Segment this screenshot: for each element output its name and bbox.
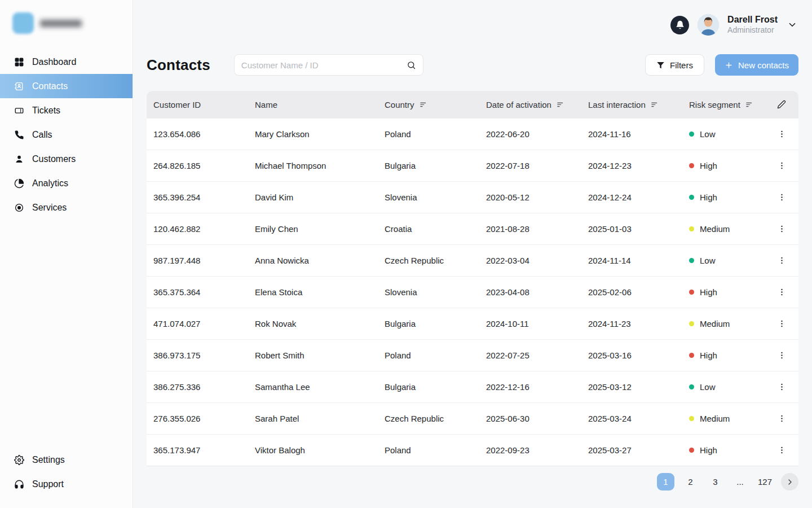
avatar-image — [698, 14, 719, 36]
cell-name: Michael Thompson — [248, 161, 378, 170]
cell-customer-id: 386.973.175 — [147, 351, 248, 360]
sidebar-item-label: Support — [32, 479, 64, 489]
row-menu-button[interactable] — [775, 443, 789, 457]
cell-name: Viktor Balogh — [248, 445, 378, 455]
row-menu-button[interactable] — [775, 411, 789, 426]
cell-name: Emily Chen — [248, 224, 378, 234]
cell-name: Robert Smith — [248, 351, 378, 360]
cell-last-interaction: 2024-11-14 — [581, 256, 682, 265]
row-menu-button[interactable] — [775, 317, 789, 331]
table-row-sarah-patel: 276.355.026 Sarah Patel Czech Republic 2… — [147, 402, 798, 434]
sidebar-item-services[interactable]: Services — [0, 195, 133, 220]
new-contacts-button[interactable]: New contacts — [715, 54, 798, 76]
page-title: Contacts — [147, 56, 210, 74]
column-header-date-of-activation[interactable]: Date of activation — [479, 100, 581, 110]
cell-date-of-activation: 2022-09-23 — [479, 445, 581, 455]
kebab-icon — [777, 161, 787, 170]
page-header: Contacts Filters New c — [147, 54, 798, 76]
brand-logo-mark — [12, 12, 34, 34]
user-menu-toggle[interactable] — [786, 19, 798, 31]
page-button-2[interactable]: 2 — [682, 473, 699, 491]
sidebar-item-contacts[interactable]: Contacts — [0, 74, 133, 98]
row-menu-button[interactable] — [775, 285, 789, 299]
row-menu-button[interactable] — [775, 190, 789, 204]
user-role: Administrator — [727, 25, 778, 36]
sidebar-item-label: Dashboard — [32, 57, 76, 67]
cell-risk-segment: High — [682, 351, 765, 360]
row-menu-button[interactable] — [775, 253, 789, 268]
filters-button[interactable]: Filters — [645, 54, 704, 76]
row-menu-button[interactable] — [775, 127, 789, 141]
sidebar-item-customers[interactable]: Customers — [0, 147, 133, 171]
sidebar-item-tickets[interactable]: Tickets — [0, 98, 133, 122]
sort-icon[interactable] — [745, 100, 753, 109]
sidebar-footer-nav: Settings Support — [0, 448, 133, 508]
page-button-1[interactable]: 1 — [657, 473, 674, 491]
row-menu-button[interactable] — [775, 159, 789, 173]
cell-date-of-activation: 2023-04-08 — [479, 287, 581, 297]
sidebar-item-analytics[interactable]: Analytics — [0, 171, 133, 195]
main-content: Darell Frost Administrator Contacts — [133, 0, 812, 508]
risk-label: High — [700, 351, 717, 360]
search-input[interactable] — [241, 60, 402, 70]
cell-risk-segment: Medium — [682, 319, 765, 329]
sort-icon[interactable] — [556, 100, 564, 109]
column-header-label: Country — [385, 100, 414, 110]
risk-dot — [689, 132, 694, 137]
page-button-127[interactable]: 127 — [756, 473, 774, 491]
table-row-elena-stoica: 365.375.364 Elena Stoica Slovenia 2023-0… — [147, 276, 798, 308]
sidebar-item-label: Customers — [32, 154, 76, 164]
sidebar-item-settings[interactable]: Settings — [0, 448, 133, 472]
table-row-david-kim: 365.396.254 David Kim Slovenia 2020-05-1… — [147, 181, 798, 213]
cell-country: Poland — [378, 351, 479, 360]
cell-risk-segment: Medium — [682, 224, 765, 234]
row-menu-button[interactable] — [775, 222, 789, 236]
page-button-3[interactable]: 3 — [707, 473, 724, 491]
cell-last-interaction: 2024-11-16 — [581, 129, 682, 139]
risk-label: Low — [700, 382, 716, 392]
sidebar-item-dashboard[interactable]: Dashboard — [0, 50, 133, 74]
plus-icon — [725, 61, 733, 69]
cell-date-of-activation: 2022-06-20 — [479, 129, 581, 139]
dashboard-icon — [14, 57, 24, 67]
column-header-edit[interactable] — [765, 100, 798, 109]
column-header-name[interactable]: Name — [248, 100, 378, 110]
column-header-risk-segment[interactable]: Risk segment — [682, 100, 765, 110]
cell-customer-id: 120.462.882 — [147, 224, 248, 234]
sidebar-item-support[interactable]: Support — [0, 472, 133, 496]
risk-dot — [689, 321, 694, 326]
cell-customer-id: 123.654.086 — [147, 129, 248, 139]
kebab-icon — [777, 445, 787, 455]
sidebar-item-calls[interactable]: Calls — [0, 122, 133, 147]
column-header-last-interaction[interactable]: Last interaction — [581, 100, 682, 110]
row-menu-button[interactable] — [775, 380, 789, 394]
kebab-icon — [777, 319, 787, 329]
risk-label: Medium — [700, 319, 730, 329]
row-menu-button[interactable] — [775, 348, 789, 362]
column-header-label: Last interaction — [588, 100, 646, 110]
sidebar-item-label: Services — [32, 203, 67, 213]
analytics-icon — [14, 178, 24, 189]
cell-country: Bulgaria — [378, 161, 479, 170]
cell-date-of-activation: 2025-06-30 — [479, 414, 581, 423]
cell-country: Poland — [378, 129, 479, 139]
risk-label: Medium — [700, 224, 730, 234]
table-row-anna-nowicka: 987.197.448 Anna Nowicka Czech Republic … — [147, 244, 798, 276]
column-header-label: Customer ID — [153, 100, 201, 110]
column-header-customer-id[interactable]: Customer ID — [147, 100, 248, 110]
search-icon[interactable] — [407, 60, 416, 70]
sort-icon[interactable] — [650, 100, 659, 109]
calls-icon — [14, 130, 24, 140]
cell-country: Slovenia — [378, 287, 479, 297]
cell-risk-segment: Low — [682, 129, 765, 139]
sort-icon[interactable] — [419, 100, 427, 109]
risk-label: High — [700, 192, 717, 202]
cell-customer-id: 365.396.254 — [147, 192, 248, 202]
column-header-country[interactable]: Country — [378, 100, 479, 110]
cell-date-of-activation: 2022-07-18 — [479, 161, 581, 170]
tickets-icon — [14, 106, 24, 116]
avatar[interactable] — [698, 14, 719, 36]
next-page-button[interactable] — [781, 473, 798, 491]
risk-dot — [689, 258, 694, 263]
notifications-button[interactable] — [670, 16, 689, 34]
